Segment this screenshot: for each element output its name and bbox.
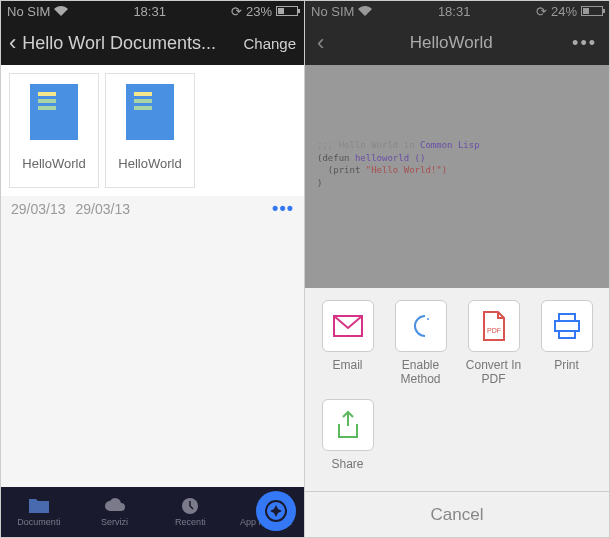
battery-icon [581, 6, 603, 16]
tab-recent[interactable]: Recenti [153, 487, 229, 537]
tab-documents[interactable]: Documenti [1, 487, 77, 537]
action-label: Print [554, 358, 579, 372]
document-dates-row: 29/03/13 29/03/13 ••• [1, 196, 304, 221]
folder-icon [28, 497, 50, 515]
more-button[interactable]: ••• [572, 33, 597, 54]
clock-text: 18:31 [438, 4, 471, 19]
email-icon [333, 315, 363, 337]
nav-title[interactable]: Hello Worl Documents... [22, 33, 243, 54]
cancel-button[interactable]: Cancel [305, 491, 609, 537]
carrier-text: No SIM [311, 4, 354, 19]
battery-percent: 23% [246, 4, 272, 19]
action-label: Share [331, 457, 363, 471]
nav-bar: ‹ HelloWorld ••• [305, 21, 609, 65]
action-label: Enable Method [384, 358, 457, 387]
document-item[interactable]: HelloWorld [9, 73, 99, 188]
more-actions-button[interactable]: ••• [272, 198, 294, 219]
document-icon [126, 84, 174, 140]
nav-title: HelloWorld [330, 33, 572, 53]
tab-label: Documenti [17, 517, 60, 527]
svg-text:PDF: PDF [487, 327, 501, 334]
tab-label: Servizi [101, 517, 128, 527]
wifi-icon [358, 6, 372, 16]
document-date: 29/03/13 [11, 201, 66, 217]
document-item[interactable]: HelloWorld [105, 73, 195, 188]
back-chevron-icon[interactable]: ‹ [317, 30, 324, 56]
screen-preview: No SIM 18:31 ⟳ 24% ‹ HelloWorld ••• ;;; … [305, 1, 609, 537]
tab-bar: Documenti Servizi Recenti App Readdle [1, 487, 304, 537]
battery-percent: 24% [551, 4, 577, 19]
tab-label: Recenti [175, 517, 206, 527]
status-bar: No SIM 18:31 ⟳ 24% [305, 1, 609, 21]
action-email[interactable]: Email [311, 300, 384, 387]
action-sheet: Email Enable Method PDF Convert In PDF P… [305, 288, 609, 537]
nav-bar: ‹ Hello Worl Documents... Change [1, 21, 304, 65]
documents-grid: HelloWorld HelloWorld [1, 65, 304, 196]
document-date: 29/03/13 [76, 201, 131, 217]
action-print[interactable]: Print [530, 300, 603, 387]
document-icon [30, 84, 78, 140]
compass-button[interactable] [256, 491, 296, 531]
print-icon [552, 312, 582, 340]
screen-documents: No SIM 18:31 ⟳ 23% ‹ Hello Worl Document… [1, 1, 305, 537]
screenshots-container: No SIM 18:31 ⟳ 23% ‹ Hello Worl Document… [0, 0, 610, 538]
action-share[interactable]: Share [311, 399, 384, 471]
compass-icon [264, 499, 288, 523]
rotation-lock-icon: ⟳ [536, 4, 547, 19]
code-preview: ;;; Hello World in Common Lisp (defun he… [305, 131, 609, 197]
moon-icon [407, 312, 435, 340]
wifi-icon [54, 6, 68, 16]
battery-icon [276, 6, 298, 16]
back-chevron-icon[interactable]: ‹ [9, 30, 16, 56]
svg-point-3 [427, 318, 429, 320]
share-icon [335, 410, 361, 440]
action-label: Convert In PDF [457, 358, 530, 387]
change-button[interactable]: Change [243, 35, 296, 52]
document-name: HelloWorld [14, 150, 94, 185]
tab-services[interactable]: Servizi [77, 487, 153, 537]
status-bar: No SIM 18:31 ⟳ 23% [1, 1, 304, 21]
clock-text: 18:31 [133, 4, 166, 19]
action-label: Email [332, 358, 362, 372]
action-convert-pdf[interactable]: PDF Convert In PDF [457, 300, 530, 387]
cloud-icon [104, 497, 126, 515]
carrier-text: No SIM [7, 4, 50, 19]
action-enable-method[interactable]: Enable Method [384, 300, 457, 387]
pdf-icon: PDF [481, 311, 507, 341]
clock-icon [179, 497, 201, 515]
document-name: HelloWorld [110, 150, 190, 185]
rotation-lock-icon: ⟳ [231, 4, 242, 19]
